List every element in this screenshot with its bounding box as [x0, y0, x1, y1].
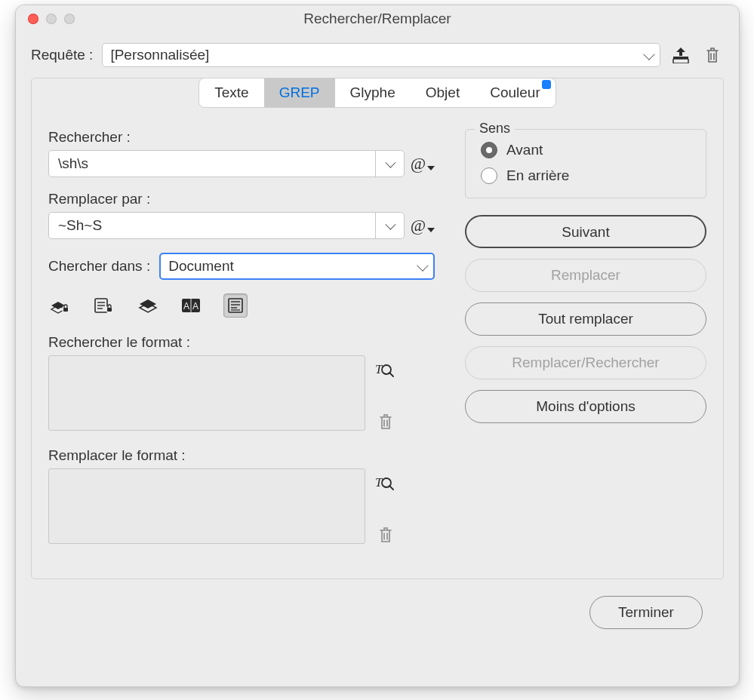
replace-row: ~Sh~S @	[48, 212, 435, 239]
save-query-icon[interactable]	[669, 44, 692, 66]
close-window-button[interactable]	[28, 14, 38, 24]
replace-format-clear-icon[interactable]	[374, 523, 397, 546]
delete-query-icon[interactable]	[701, 44, 724, 66]
svg-rect-9	[107, 308, 112, 312]
find-row: \sh\s @	[48, 150, 435, 177]
replace-format-specify-icon[interactable]: T	[374, 474, 397, 498]
radio-icon	[481, 167, 497, 184]
svg-line-21	[389, 373, 393, 376]
find-format-area[interactable]	[48, 355, 365, 431]
direction-legend: Sens	[475, 121, 515, 137]
radio-forward[interactable]: Avant	[481, 142, 691, 158]
query-select[interactable]: [Personnalisée]	[102, 43, 660, 67]
searchin-row: Chercher dans : Document	[48, 253, 435, 280]
right-column: Sens Avant En arrière Suivant Remplacer …	[465, 129, 706, 560]
radio-icon	[481, 142, 497, 158]
replace-all-button[interactable]: Tout remplacer	[465, 302, 706, 336]
searchin-label: Chercher dans :	[48, 258, 150, 275]
find-format-label: Rechercher le format :	[48, 334, 435, 351]
replace-format-box: T	[48, 468, 435, 544]
less-options-button[interactable]: Moins d'options	[465, 390, 706, 423]
tab-grep[interactable]: GREP	[264, 78, 335, 107]
replace-special-chars-icon[interactable]: @	[411, 216, 435, 235]
tab-glyphe[interactable]: Glyphe	[335, 78, 411, 107]
main-columns: Rechercher : \sh\s @ Remplacer par : ~Sh…	[48, 129, 706, 560]
done-button[interactable]: Terminer	[589, 596, 703, 629]
find-replace-window: Rechercher/Remplacer Requête : [Personna…	[15, 5, 740, 687]
svg-text:A: A	[183, 301, 189, 312]
window-title: Rechercher/Remplacer	[16, 11, 739, 27]
footer: Terminer	[31, 579, 724, 629]
find-format-clear-icon[interactable]	[374, 410, 397, 433]
find-history-dropdown[interactable]	[375, 151, 404, 177]
tab-texte[interactable]: Texte	[199, 78, 263, 107]
dialog-content: Requête : [Personnalisée] Texte GREP Gly…	[16, 32, 739, 629]
next-button[interactable]: Suivant	[465, 215, 706, 248]
query-value: [Personnalisée]	[110, 47, 209, 63]
find-label: Rechercher :	[48, 129, 435, 146]
replace-input[interactable]: ~Sh~S	[48, 212, 405, 239]
replace-find-button[interactable]: Remplacer/Rechercher	[465, 346, 706, 379]
query-label: Requête :	[31, 47, 93, 63]
replace-value: ~Sh~S	[58, 217, 102, 234]
tab-couleur[interactable]: Couleur	[475, 78, 555, 107]
titlebar: Rechercher/Remplacer	[16, 5, 739, 32]
find-value: \sh\s	[58, 155, 88, 172]
hidden-layers-icon[interactable]	[136, 293, 160, 318]
searchin-value: Document	[168, 258, 234, 275]
replace-button[interactable]: Remplacer	[465, 259, 706, 292]
main-panel: Texte GREP Glyphe Objet Couleur Recherch…	[31, 78, 724, 579]
window-controls	[16, 14, 75, 24]
footnotes-icon[interactable]	[223, 293, 248, 318]
master-pages-icon[interactable]: AA	[180, 293, 204, 318]
badge-icon	[542, 80, 551, 89]
replace-format-label: Remplacer le format :	[48, 447, 435, 464]
find-format-specify-icon[interactable]: T	[374, 361, 397, 385]
locked-layers-icon[interactable]	[48, 293, 72, 318]
query-row: Requête : [Personnalisée]	[31, 43, 724, 67]
zoom-window-button[interactable]	[64, 14, 75, 24]
svg-rect-3	[63, 308, 68, 312]
locked-stories-icon[interactable]	[92, 293, 116, 318]
searchin-select[interactable]: Document	[159, 253, 435, 280]
find-format-box: T	[48, 355, 435, 431]
find-special-chars-icon[interactable]: @	[411, 154, 435, 173]
replace-history-dropdown[interactable]	[375, 213, 404, 238]
scope-icons: AA	[48, 293, 435, 318]
find-format-side: T	[374, 361, 397, 433]
replace-format-side: T	[374, 474, 397, 546]
svg-line-24	[389, 486, 393, 490]
svg-rect-1	[673, 59, 688, 63]
direction-fieldset: Sens Avant En arrière	[465, 129, 706, 198]
radio-backward-label: En arrière	[506, 167, 569, 184]
svg-text:A: A	[192, 301, 199, 312]
left-column: Rechercher : \sh\s @ Remplacer par : ~Sh…	[48, 129, 435, 560]
find-input[interactable]: \sh\s	[48, 150, 405, 177]
replace-format-area[interactable]	[48, 468, 365, 544]
tabs: Texte GREP Glyphe Objet Couleur	[199, 78, 555, 108]
radio-backward[interactable]: En arrière	[481, 167, 691, 184]
tabs-container: Texte GREP Glyphe Objet Couleur	[48, 78, 706, 108]
tab-objet[interactable]: Objet	[411, 78, 475, 107]
radio-forward-label: Avant	[506, 142, 543, 158]
minimize-window-button[interactable]	[46, 14, 57, 24]
replace-label: Remplacer par :	[48, 191, 435, 207]
